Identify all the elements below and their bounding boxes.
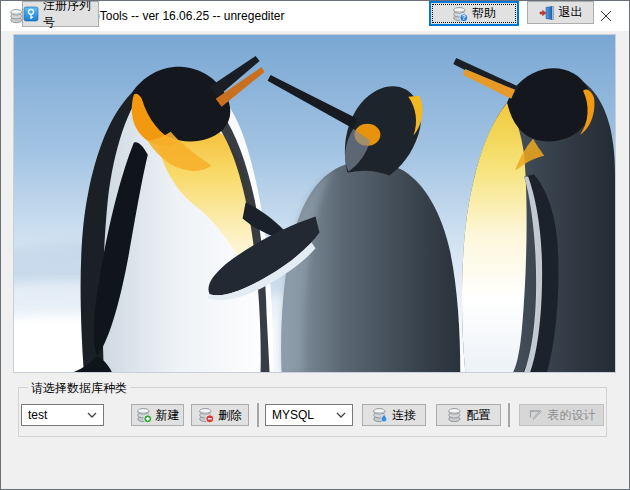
penguins-photo	[13, 34, 616, 373]
door-exit-icon	[539, 5, 555, 21]
chevron-down-icon	[87, 412, 97, 418]
database-combobox[interactable]: test	[21, 404, 104, 426]
svg-text:?: ?	[462, 14, 466, 21]
table-pencil-icon	[528, 407, 544, 423]
database-question-icon: ?	[452, 6, 468, 22]
app-window: Penguins DbTools -- ver 16.06.25 -- unre…	[0, 0, 630, 490]
database-combobox-value: test	[28, 408, 47, 422]
chevron-down-icon	[336, 412, 346, 418]
exit-button-label: 退出	[559, 4, 583, 21]
blue-key-icon	[23, 6, 39, 22]
separator	[508, 403, 510, 427]
database-stack-icon	[447, 407, 463, 423]
connect-button-label: 连接	[392, 407, 416, 424]
register-button-label: 注册序列号	[43, 0, 98, 31]
new-button-label: 新建	[156, 407, 180, 424]
help-button-label: 帮助	[472, 5, 496, 22]
config-button-label: 配置	[467, 407, 491, 424]
connect-button[interactable]: 连接	[362, 404, 426, 426]
delete-database-button[interactable]: 删除	[191, 404, 249, 426]
close-icon	[601, 11, 611, 21]
dbtype-combobox-value: MYSQL	[272, 408, 314, 422]
new-database-button[interactable]: 新建	[131, 404, 184, 426]
help-button[interactable]: ? 帮助	[429, 1, 519, 26]
separator	[257, 403, 259, 427]
exit-button[interactable]: 退出	[527, 1, 594, 24]
database-remove-icon	[198, 407, 214, 423]
table-design-button: 表的设计	[519, 404, 604, 426]
table-design-button-label: 表的设计	[548, 407, 596, 424]
delete-button-label: 删除	[218, 407, 242, 424]
database-add-icon	[136, 407, 152, 423]
dbtype-combobox[interactable]: MYSQL	[265, 404, 353, 426]
groupbox-label: 请选择数据库种类	[28, 380, 130, 397]
config-button[interactable]: 配置	[436, 404, 501, 426]
penguins-illustration	[14, 35, 615, 372]
register-serial-button[interactable]: 注册序列号	[22, 1, 99, 27]
database-connect-icon	[372, 407, 388, 423]
